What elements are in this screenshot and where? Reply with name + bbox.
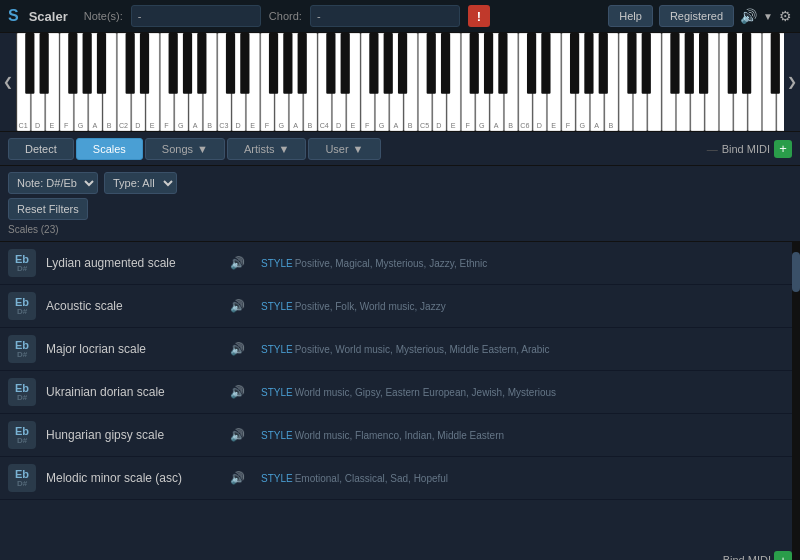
- svg-text:D: D: [537, 122, 542, 129]
- scale-item[interactable]: Eb D# Hungarian gipsy scale 🔊 STYLEWorld…: [0, 414, 800, 457]
- speaker-icon[interactable]: 🔊: [230, 256, 245, 270]
- svg-text:C5: C5: [420, 122, 429, 129]
- scale-item[interactable]: Eb D# Melodic minor scale (asc) 🔊 STYLEE…: [0, 457, 800, 500]
- registered-button[interactable]: Registered: [659, 5, 734, 27]
- svg-text:D: D: [236, 122, 241, 129]
- songs-dropdown-arrow: ▼: [197, 143, 208, 155]
- svg-text:B: B: [308, 122, 313, 129]
- svg-text:G: G: [178, 122, 184, 129]
- scale-item[interactable]: Eb D# Acoustic scale 🔊 STYLEPositive, Fo…: [0, 285, 800, 328]
- tab-scales[interactable]: Scales: [76, 138, 143, 160]
- svg-rect-78: [484, 33, 493, 94]
- svg-text:E: E: [351, 122, 356, 129]
- svg-text:A: A: [594, 122, 599, 129]
- svg-text:D: D: [135, 122, 140, 129]
- tab-songs[interactable]: Songs ▼: [145, 138, 225, 160]
- svg-text:E: E: [250, 122, 255, 129]
- piano-nav-left[interactable]: ❮: [0, 33, 16, 131]
- tab-user[interactable]: User ▼: [308, 138, 380, 160]
- svg-text:F: F: [566, 122, 570, 129]
- svg-rect-69: [298, 33, 307, 94]
- svg-rect-81: [541, 33, 550, 94]
- svg-rect-62: [169, 33, 178, 94]
- svg-text:B: B: [207, 122, 212, 129]
- svg-rect-76: [441, 33, 450, 94]
- audio-icon[interactable]: 🔊: [740, 8, 757, 24]
- bind-midi-area: — Bind MIDI +: [707, 140, 792, 158]
- svg-text:G: G: [379, 122, 385, 129]
- speaker-icon[interactable]: 🔊: [230, 342, 245, 356]
- svg-rect-73: [384, 33, 393, 94]
- speaker-icon[interactable]: 🔊: [230, 299, 245, 313]
- logo-icon: S: [8, 7, 19, 25]
- svg-text:F: F: [265, 122, 269, 129]
- type-filter[interactable]: Type: All: [104, 172, 177, 194]
- scrollbar-thumb[interactable]: [792, 252, 800, 292]
- svg-rect-61: [140, 33, 149, 94]
- svg-rect-66: [240, 33, 249, 94]
- audio-dropdown-arrow[interactable]: ▼: [763, 11, 773, 22]
- alert-button[interactable]: !: [468, 5, 490, 27]
- main-content: Note: D#/Eb Type: All Reset Filters Scal…: [0, 166, 800, 560]
- tab-detect[interactable]: Detect: [8, 138, 74, 160]
- piano-keys[interactable]: // Will use static SVG: [16, 33, 784, 131]
- svg-rect-86: [642, 33, 651, 94]
- scales-list: Eb D# Lydian augmented scale 🔊 STYLEPosi…: [0, 242, 800, 500]
- svg-text:C2: C2: [119, 122, 128, 129]
- svg-text:G: G: [479, 122, 485, 129]
- scale-badge: Eb D#: [8, 464, 36, 492]
- notes-input[interactable]: [131, 5, 261, 27]
- svg-rect-74: [398, 33, 407, 94]
- svg-text:E: E: [451, 122, 456, 129]
- scale-item[interactable]: Eb D# Major locrian scale 🔊 STYLEPositiv…: [0, 328, 800, 371]
- scale-name: Acoustic scale: [46, 299, 226, 313]
- scale-style: STYLEWorld music, Flamenco, Indian, Midd…: [261, 430, 504, 441]
- svg-rect-55: [25, 33, 34, 94]
- svg-rect-90: [728, 33, 737, 94]
- svg-rect-63: [183, 33, 192, 94]
- tab-artists[interactable]: Artists ▼: [227, 138, 306, 160]
- chord-input[interactable]: [310, 5, 460, 27]
- svg-text:F: F: [164, 122, 168, 129]
- add-button[interactable]: +: [774, 140, 792, 158]
- scale-style: STYLEPositive, World music, Mysterious, …: [261, 344, 550, 355]
- svg-rect-59: [97, 33, 106, 94]
- help-button[interactable]: Help: [608, 5, 653, 27]
- note-filter[interactable]: Note: D#/Eb: [8, 172, 98, 194]
- svg-rect-92: [771, 33, 780, 94]
- speaker-icon[interactable]: 🔊: [230, 471, 245, 485]
- user-dropdown-arrow: ▼: [353, 143, 364, 155]
- svg-text:C6: C6: [520, 122, 529, 129]
- svg-text:G: G: [579, 122, 585, 129]
- scale-badge: Eb D#: [8, 378, 36, 406]
- scale-name: Ukrainian dorian scale: [46, 385, 226, 399]
- svg-rect-56: [40, 33, 49, 94]
- scale-badge: Eb D#: [8, 335, 36, 363]
- reset-filters-button[interactable]: Reset Filters: [8, 198, 88, 220]
- svg-text:A: A: [193, 122, 198, 129]
- svg-rect-72: [369, 33, 378, 94]
- nav-tabs: Detect Scales Songs ▼ Artists ▼ User ▼ —…: [0, 132, 800, 166]
- piano-nav-right[interactable]: ❯: [784, 33, 800, 131]
- svg-text:C3: C3: [219, 122, 228, 129]
- scale-item[interactable]: Eb D# Ukrainian dorian scale 🔊 STYLEWorl…: [0, 371, 800, 414]
- svg-text:B: B: [508, 122, 513, 129]
- scale-name: Major locrian scale: [46, 342, 226, 356]
- speaker-icon[interactable]: 🔊: [230, 385, 245, 399]
- svg-rect-85: [627, 33, 636, 94]
- svg-text:F: F: [465, 122, 469, 129]
- svg-rect-77: [470, 33, 479, 94]
- speaker-icon[interactable]: 🔊: [230, 428, 245, 442]
- scrollbar-track[interactable]: [792, 242, 800, 560]
- svg-rect-64: [197, 33, 206, 94]
- svg-text:A: A: [394, 122, 399, 129]
- svg-rect-58: [83, 33, 92, 94]
- svg-text:E: E: [551, 122, 556, 129]
- bind-midi-button[interactable]: Bind MIDI: [722, 143, 770, 155]
- scale-item[interactable]: Eb D# Lydian augmented scale 🔊 STYLEPosi…: [0, 242, 800, 285]
- gear-icon[interactable]: ⚙: [779, 8, 792, 24]
- svg-text:D: D: [35, 122, 40, 129]
- scale-name: Melodic minor scale (asc): [46, 471, 226, 485]
- svg-rect-88: [685, 33, 694, 94]
- svg-rect-60: [126, 33, 135, 94]
